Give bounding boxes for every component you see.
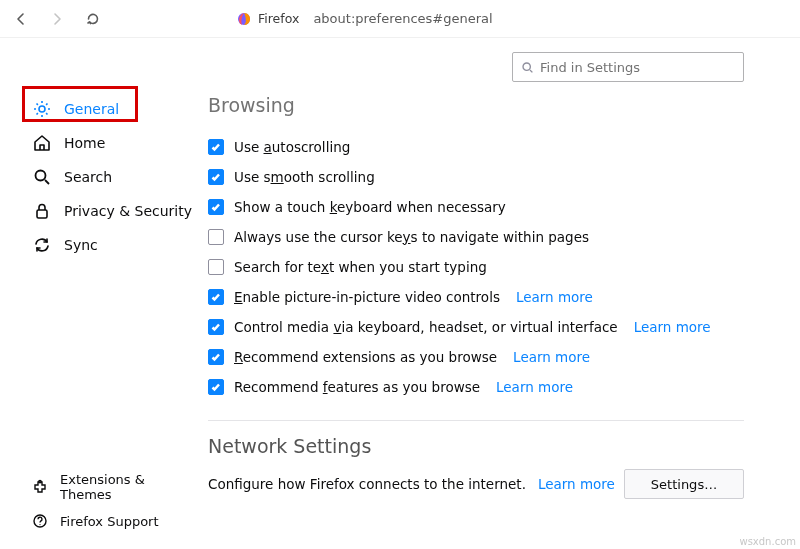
- svg-point-2: [36, 171, 46, 181]
- search-icon: [32, 167, 52, 187]
- watermark: wsxdn.com: [739, 536, 796, 547]
- checkbox-label[interactable]: Use smooth scrolling: [234, 169, 375, 185]
- learn-more-link[interactable]: Learn more: [634, 319, 711, 335]
- question-icon: [32, 513, 48, 529]
- firefox-icon: [236, 11, 252, 27]
- search-icon: [521, 61, 534, 74]
- url-text[interactable]: about:preferences#general: [313, 11, 492, 26]
- preferences-main: Find in Settings Browsing Use autoscroll…: [208, 38, 800, 549]
- learn-more-link[interactable]: Learn more: [496, 379, 573, 395]
- checkbox[interactable]: [208, 319, 224, 335]
- lock-icon: [32, 201, 52, 221]
- sidebar-item-privacy[interactable]: Privacy & Security: [24, 194, 194, 228]
- gear-icon: [32, 99, 52, 119]
- sidebar-item-label: Home: [64, 135, 105, 151]
- checkbox-label[interactable]: Use autoscrolling: [234, 139, 350, 155]
- checkbox-label[interactable]: Search for text when you start typing: [234, 259, 487, 275]
- sidebar-item-label: Firefox Support: [60, 514, 159, 529]
- reload-button[interactable]: [80, 6, 106, 32]
- sidebar-item-label: Sync: [64, 237, 98, 253]
- sidebar-item-search[interactable]: Search: [24, 160, 194, 194]
- sidebar-item-support[interactable]: Firefox Support: [24, 507, 194, 535]
- section-heading-browsing: Browsing: [208, 94, 744, 116]
- checkbox-label[interactable]: Control media via keyboard, headset, or …: [234, 319, 618, 335]
- checkbox[interactable]: [208, 259, 224, 275]
- checkbox-label[interactable]: Show a touch keyboard when necessary: [234, 199, 506, 215]
- checkbox-label[interactable]: Always use the cursor keys to navigate w…: [234, 229, 589, 245]
- checkbox[interactable]: [208, 379, 224, 395]
- home-icon: [32, 133, 52, 153]
- sidebar-item-label: Extensions & Themes: [60, 472, 194, 502]
- svg-point-1: [39, 106, 45, 112]
- puzzle-icon: [32, 479, 48, 495]
- checkbox-row: Enable picture-in-picture video controls…: [208, 282, 744, 312]
- checkbox-row: Recommend features as you browseLearn mo…: [208, 372, 744, 402]
- svg-rect-3: [37, 210, 47, 218]
- checkbox[interactable]: [208, 229, 224, 245]
- svg-point-7: [523, 63, 530, 70]
- sidebar-item-sync[interactable]: Sync: [24, 228, 194, 262]
- search-placeholder: Find in Settings: [540, 60, 640, 75]
- checkbox-row: Search for text when you start typing: [208, 252, 744, 282]
- checkbox[interactable]: [208, 289, 224, 305]
- learn-more-link[interactable]: Learn more: [516, 289, 593, 305]
- network-settings-button[interactable]: Settings…: [624, 469, 744, 499]
- divider: [208, 420, 744, 421]
- forward-button[interactable]: [44, 6, 70, 32]
- network-description: Configure how Firefox connects to the in…: [208, 476, 526, 492]
- browser-toolbar: Firefox about:preferences#general: [0, 0, 800, 38]
- sync-icon: [32, 235, 52, 255]
- checkbox-row: Recommend extensions as you browseLearn …: [208, 342, 744, 372]
- network-learn-more-link[interactable]: Learn more: [538, 476, 615, 492]
- checkbox-row: Control media via keyboard, headset, or …: [208, 312, 744, 342]
- checkbox[interactable]: [208, 199, 224, 215]
- checkbox[interactable]: [208, 169, 224, 185]
- address-identity: Firefox about:preferences#general: [236, 11, 493, 27]
- checkbox[interactable]: [208, 139, 224, 155]
- checkbox-row: Show a touch keyboard when necessary: [208, 192, 744, 222]
- sidebar-item-general[interactable]: General: [24, 92, 194, 126]
- learn-more-link[interactable]: Learn more: [513, 349, 590, 365]
- sidebar-item-home[interactable]: Home: [24, 126, 194, 160]
- checkbox-label[interactable]: Recommend extensions as you browse: [234, 349, 497, 365]
- sidebar-item-label: Privacy & Security: [64, 203, 192, 219]
- preferences-sidebar: General Home Search Privacy & Security S: [0, 38, 208, 549]
- checkbox-row: Always use the cursor keys to navigate w…: [208, 222, 744, 252]
- checkbox-row: Use autoscrolling: [208, 132, 744, 162]
- search-input[interactable]: Find in Settings: [512, 52, 744, 82]
- checkbox-row: Use smooth scrolling: [208, 162, 744, 192]
- checkbox[interactable]: [208, 349, 224, 365]
- sidebar-item-label: General: [64, 101, 119, 117]
- svg-point-6: [39, 524, 40, 525]
- checkbox-label[interactable]: Enable picture-in-picture video controls: [234, 289, 500, 305]
- sidebar-item-label: Search: [64, 169, 112, 185]
- sidebar-item-extensions[interactable]: Extensions & Themes: [24, 473, 194, 501]
- back-button[interactable]: [8, 6, 34, 32]
- section-heading-network: Network Settings: [208, 435, 744, 457]
- identity-label: Firefox: [258, 11, 299, 26]
- checkbox-label[interactable]: Recommend features as you browse: [234, 379, 480, 395]
